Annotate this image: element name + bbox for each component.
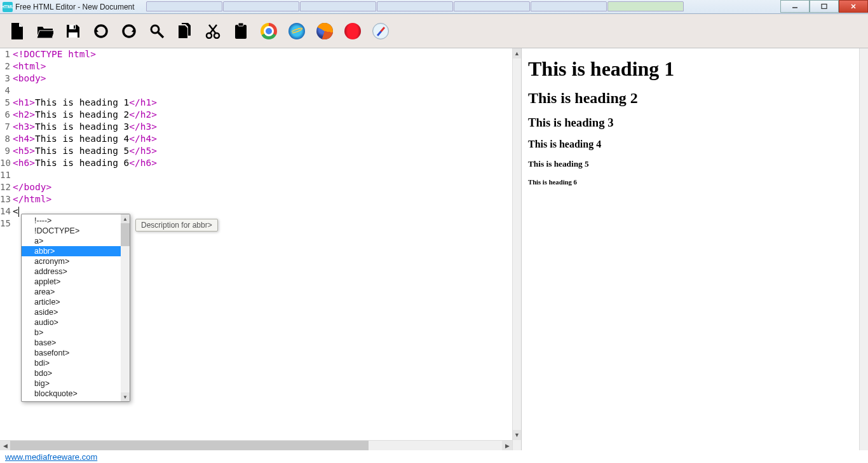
code-line[interactable]: <h3>This is heading 3</h3> [13, 121, 512, 133]
autocomplete-item[interactable]: !----> [22, 216, 121, 226]
preview-h6: This is heading 6 [528, 178, 862, 186]
svg-point-12 [214, 33, 219, 38]
autocomplete-item[interactable]: applet> [22, 277, 121, 287]
scroll-up-arrow-icon[interactable]: ▲ [513, 48, 521, 59]
code-line[interactable]: <h4>This is heading 4</h4> [13, 133, 512, 145]
autocomplete-item[interactable]: !DOCTYPE> [22, 226, 121, 236]
autocomplete-item[interactable]: basefont> [22, 348, 121, 358]
code-line[interactable]: <!DOCTYPE html> [13, 48, 512, 60]
svg-point-11 [207, 33, 212, 38]
window-title: Free HTML Editor - New Document [15, 3, 135, 11]
scroll-up-arrow-icon[interactable]: ▲ [121, 214, 130, 223]
main-area: 123456789101112131415 <!DOCTYPE html><ht… [0, 48, 868, 450]
autocomplete-item[interactable]: acronym> [22, 256, 121, 266]
window-titlebar: HTML Free HTML Editor - New Document [0, 0, 868, 14]
safari-preview-button[interactable] [372, 23, 389, 39]
scroll-left-arrow-icon[interactable]: ◀ [0, 441, 10, 450]
code-line[interactable]: <html> [13, 60, 512, 73]
preview-h3: This is heading 3 [528, 116, 862, 130]
preview-h2: This is heading 2 [528, 90, 862, 107]
copy-button[interactable] [177, 23, 193, 39]
ie-preview-button[interactable] [288, 23, 305, 39]
editor-vertical-scrollbar[interactable]: ▲ ▼ [512, 48, 521, 450]
line-number: 1 [0, 48, 10, 60]
line-number: 15 [0, 218, 10, 230]
line-number: 12 [0, 181, 10, 193]
autocomplete-scrollbar[interactable]: ▲ ▼ [121, 214, 130, 401]
undo-button[interactable] [93, 23, 109, 39]
autocomplete-item[interactable]: a> [22, 236, 121, 246]
svg-rect-15 [235, 25, 247, 39]
svg-rect-5 [69, 32, 78, 38]
close-button[interactable] [839, 0, 868, 13]
preview-h5: This is heading 5 [528, 159, 862, 169]
autocomplete-item[interactable]: b> [22, 328, 121, 338]
autocomplete-item[interactable]: bdi> [22, 358, 121, 368]
code-content[interactable]: <!DOCTYPE html><html><body> <h1>This is … [13, 48, 512, 230]
footer-link[interactable]: www.mediafreeware.com [5, 452, 97, 462]
preview-vertical-scrollbar[interactable] [859, 48, 868, 450]
autocomplete-item[interactable]: area> [22, 287, 121, 297]
opera-preview-button[interactable] [344, 23, 361, 39]
toolbar [0, 14, 868, 48]
code-line[interactable]: <body> [13, 73, 512, 85]
svg-rect-16 [238, 23, 243, 26]
background-window-tabs [146, 1, 684, 11]
cut-button[interactable] [205, 23, 221, 39]
paste-button[interactable] [233, 23, 249, 39]
code-line[interactable] [13, 85, 512, 97]
scroll-thumb[interactable] [10, 441, 369, 450]
line-number: 13 [0, 193, 10, 205]
firefox-preview-button[interactable] [316, 23, 333, 39]
new-file-button[interactable] [9, 23, 25, 39]
save-button[interactable] [65, 23, 81, 39]
editor-horizontal-scrollbar[interactable]: ◀ ▶ [0, 440, 512, 450]
autocomplete-popup[interactable]: !---->!DOCTYPE>a>abbr>acronym>address>ap… [21, 214, 130, 402]
code-line[interactable]: <h2>This is heading 2</h2> [13, 109, 512, 121]
autocomplete-item[interactable]: aside> [22, 307, 121, 317]
footer: www.mediafreeware.com [0, 450, 868, 463]
svg-rect-6 [74, 25, 75, 29]
autocomplete-tooltip: Description for abbr> [135, 219, 218, 232]
code-line[interactable]: <h6>This is heading 6</h6> [13, 157, 512, 169]
maximize-button[interactable] [810, 0, 839, 13]
code-line[interactable]: <h1>This is heading 1</h1> [13, 97, 512, 109]
autocomplete-item[interactable]: bdo> [22, 368, 121, 378]
search-button[interactable] [149, 23, 165, 39]
code-line[interactable]: </html> [13, 193, 512, 205]
redo-button[interactable] [121, 23, 137, 39]
code-line[interactable] [13, 169, 512, 181]
line-number: 10 [0, 157, 10, 169]
line-number: 4 [0, 85, 10, 97]
autocomplete-item[interactable]: abbr> [22, 246, 121, 256]
scroll-right-arrow-icon[interactable]: ▶ [502, 441, 512, 450]
line-number: 14 [0, 205, 10, 218]
window-controls [780, 0, 868, 13]
app-icon: HTML [3, 2, 13, 12]
open-file-button[interactable] [37, 23, 53, 39]
code-line[interactable]: </body> [13, 181, 512, 193]
svg-line-10 [158, 32, 163, 38]
preview-h1: This is heading 1 [528, 57, 862, 81]
line-number-gutter: 123456789101112131415 [0, 48, 11, 230]
autocomplete-item[interactable]: big> [22, 378, 121, 389]
code-line[interactable]: <h5>This is heading 5</h5> [13, 145, 512, 157]
autocomplete-item[interactable]: article> [22, 297, 121, 307]
line-number: 3 [0, 73, 10, 85]
svg-point-9 [151, 25, 159, 33]
preview-pane: This is heading 1 This is heading 2 This… [521, 48, 868, 450]
svg-rect-1 [822, 4, 827, 9]
autocomplete-item[interactable]: address> [22, 266, 121, 277]
autocomplete-item[interactable]: base> [22, 338, 121, 348]
line-number: 9 [0, 145, 10, 157]
scroll-down-arrow-icon[interactable]: ▼ [513, 430, 521, 440]
code-editor-pane[interactable]: 123456789101112131415 <!DOCTYPE html><ht… [0, 48, 521, 450]
chrome-preview-button[interactable] [261, 23, 277, 39]
scroll-down-arrow-icon[interactable]: ▼ [121, 392, 130, 401]
scroll-thumb[interactable] [121, 223, 130, 246]
minimize-button[interactable] [780, 0, 810, 13]
autocomplete-item[interactable]: audio> [22, 317, 121, 328]
autocomplete-item[interactable]: blockquote> [22, 389, 121, 399]
line-number: 11 [0, 169, 10, 181]
text-cursor [18, 207, 19, 217]
